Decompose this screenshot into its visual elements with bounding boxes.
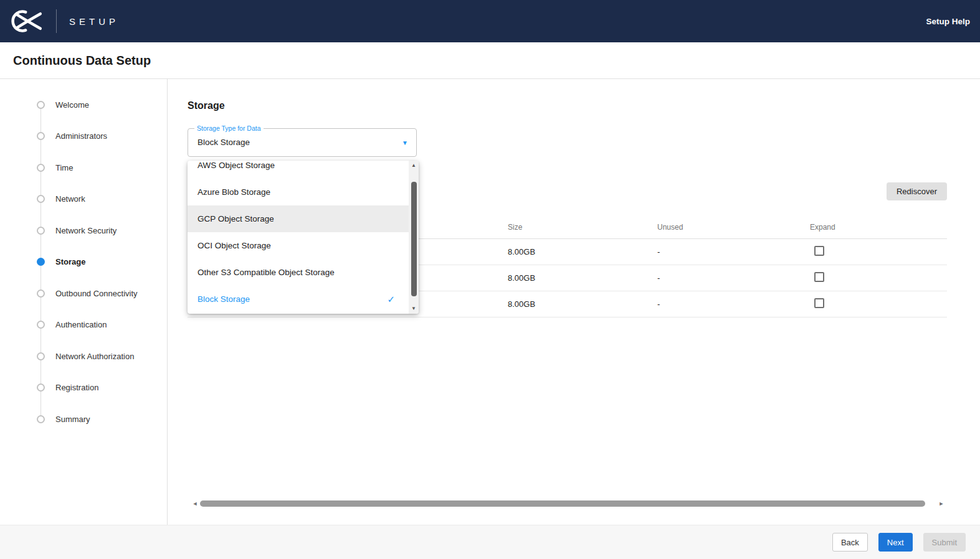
column-header-size: Size — [508, 223, 657, 232]
step-circle-icon — [37, 227, 45, 235]
step-label: Outbound Connectivity — [55, 289, 138, 298]
scroll-right-icon[interactable]: ► — [938, 500, 945, 507]
cell-size: 8.00GB — [508, 247, 657, 256]
step-label: Time — [55, 163, 73, 172]
footer-bar: Back Next Submit — [0, 525, 980, 559]
cell-expand — [810, 298, 947, 310]
horizontal-scrollbar-track[interactable] — [200, 500, 936, 507]
step-registration[interactable]: Registration — [0, 372, 167, 404]
step-label: Authentication — [55, 320, 107, 329]
option-label: Block Storage — [197, 294, 250, 304]
step-authentication[interactable]: Authentication — [0, 309, 167, 341]
page-title: Continuous Data Setup — [13, 54, 151, 68]
setup-help-link[interactable]: Setup Help — [926, 17, 970, 26]
back-button[interactable]: Back — [832, 533, 868, 552]
delphix-logo — [9, 9, 45, 34]
step-circle-icon — [37, 415, 45, 423]
horizontal-scrollbar-thumb[interactable] — [200, 500, 925, 507]
cell-size: 8.00GB — [508, 273, 657, 283]
cell-unused: - — [657, 273, 810, 283]
cell-unused: - — [657, 299, 810, 309]
main-content: Storage Storage Type for Data Block Stor… — [168, 79, 980, 525]
step-circle-icon — [37, 101, 45, 109]
topbar: SETUP Setup Help — [0, 0, 980, 42]
step-administrators[interactable]: Administrators — [0, 121, 167, 153]
step-circle-icon — [37, 383, 45, 392]
storage-type-menu: AWS Object Storage Azure Blob Storage GC… — [188, 161, 419, 314]
column-header-expand: Expand — [810, 223, 947, 232]
stepper-sidebar: Welcome Administrators Time Network Netw… — [0, 79, 168, 525]
cell-unused: - — [657, 247, 810, 256]
option-block-storage[interactable]: Block Storage ✓ — [188, 286, 419, 312]
next-button[interactable]: Next — [878, 533, 913, 552]
scroll-down-icon[interactable]: ▼ — [411, 304, 416, 314]
step-welcome[interactable]: Welcome — [0, 89, 167, 121]
section-title: Storage — [188, 100, 947, 113]
step-circle-icon — [37, 164, 45, 172]
step-label: Administrators — [55, 131, 107, 141]
scroll-left-icon[interactable]: ◄ — [191, 500, 199, 507]
step-circle-icon — [37, 132, 45, 140]
step-label: Network Authorization — [55, 352, 134, 361]
expand-checkbox[interactable] — [814, 298, 824, 308]
cell-size: 8.00GB — [508, 299, 657, 309]
cell-expand — [810, 272, 947, 284]
submit-button: Submit — [923, 533, 966, 552]
step-outbound-connectivity[interactable]: Outbound Connectivity — [0, 278, 167, 309]
option-oci-object-storage[interactable]: OCI Object Storage — [188, 232, 419, 259]
option-other-s3-compatible[interactable]: Other S3 Compatible Object Storage — [188, 259, 419, 286]
option-azure-blob-storage[interactable]: Azure Blob Storage — [188, 179, 419, 205]
expand-checkbox[interactable] — [814, 272, 824, 282]
horizontal-scrollbar: ◄ ► — [191, 499, 945, 508]
storage-type-option-list: AWS Object Storage Azure Blob Storage GC… — [188, 161, 419, 312]
step-storage[interactable]: Storage — [0, 247, 167, 278]
menu-scrollbar[interactable]: ▲ ▼ — [409, 161, 419, 314]
topbar-divider — [56, 9, 57, 33]
step-summary[interactable]: Summary — [0, 403, 167, 435]
step-circle-icon — [37, 289, 45, 298]
app-window: SETUP Setup Help Continuous Data Setup W… — [0, 0, 980, 559]
option-aws-object-storage[interactable]: AWS Object Storage — [188, 161, 419, 179]
cell-expand — [810, 246, 947, 258]
step-network[interactable]: Network — [0, 184, 167, 215]
step-circle-icon-active — [37, 258, 45, 266]
chevron-down-icon[interactable]: ▼ — [402, 139, 408, 146]
select-value: Block Storage — [188, 129, 416, 156]
step-label: Registration — [55, 383, 98, 392]
step-circle-icon — [37, 352, 45, 360]
option-gcp-object-storage[interactable]: GCP Object Storage — [188, 205, 419, 232]
rediscover-button[interactable]: Rediscover — [887, 182, 947, 200]
step-circle-icon — [37, 195, 45, 203]
step-label: Network — [55, 194, 85, 204]
storage-type-select[interactable]: Storage Type for Data Block Storage ▼ — [188, 128, 417, 157]
scroll-up-icon[interactable]: ▲ — [411, 161, 416, 171]
step-network-security[interactable]: Network Security — [0, 215, 167, 247]
column-header-unused: Unused — [657, 223, 810, 232]
check-icon: ✓ — [387, 286, 395, 312]
step-label: Welcome — [55, 100, 89, 110]
menu-scrollbar-thumb[interactable] — [411, 182, 417, 296]
step-label: Summary — [55, 415, 90, 424]
page-title-bar: Continuous Data Setup — [0, 42, 980, 79]
step-label: Network Security — [55, 226, 117, 235]
expand-checkbox[interactable] — [814, 246, 824, 256]
step-time[interactable]: Time — [0, 152, 167, 184]
brand-text: SETUP — [69, 16, 119, 27]
step-circle-icon — [37, 321, 45, 329]
step-network-authorization[interactable]: Network Authorization — [0, 341, 167, 372]
select-floating-label: Storage Type for Data — [194, 124, 264, 133]
step-label: Storage — [55, 257, 85, 266]
body: Welcome Administrators Time Network Netw… — [0, 79, 980, 525]
